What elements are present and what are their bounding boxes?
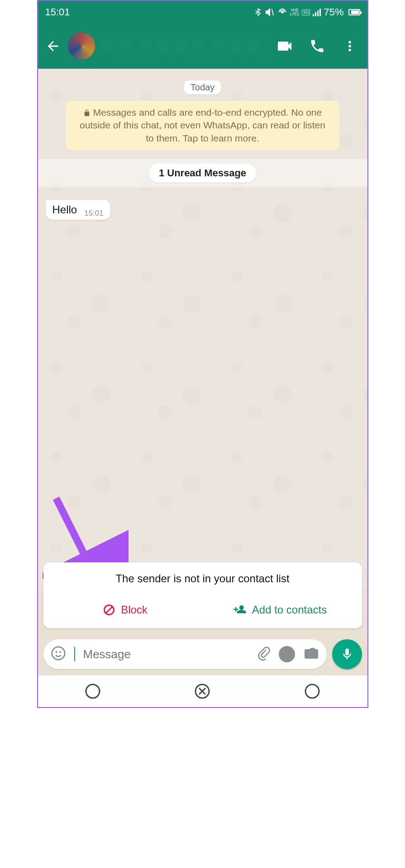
bluetooth-icon	[254, 7, 262, 17]
svg-point-9	[59, 651, 61, 653]
more-options-button[interactable]	[339, 36, 360, 57]
mic-icon	[340, 647, 354, 661]
video-call-button[interactable]	[274, 36, 295, 57]
phone-icon	[309, 38, 325, 54]
emoji-button[interactable]	[51, 646, 66, 663]
svg-point-7	[52, 647, 64, 660]
rupee-icon: ₹	[284, 648, 290, 660]
status-time: 15:01	[45, 6, 70, 18]
encryption-notice[interactable]: Messages and calls are end-to-end encryp…	[66, 101, 339, 150]
message-input[interactable]	[83, 647, 248, 661]
add-contact-icon	[233, 603, 247, 617]
svg-point-10	[86, 684, 100, 698]
circle-outline-icon	[84, 683, 101, 700]
block-label: Block	[121, 604, 148, 616]
nav-home-button[interactable]	[194, 683, 211, 700]
vibrate-mute-icon	[265, 7, 275, 17]
contact-name[interactable]	[100, 37, 270, 55]
battery-icon	[348, 9, 360, 15]
unknown-sender-card: The sender is not in your contact list B…	[43, 562, 362, 628]
unread-count-label: 1 Unread Message	[149, 164, 256, 183]
message-composer: ₹	[43, 639, 362, 669]
block-button[interactable]: Block	[48, 597, 203, 623]
status-right: Vo))LTE1 5G 75%	[254, 6, 360, 18]
add-to-contacts-label: Add to contacts	[252, 604, 327, 616]
nav-back-button[interactable]	[304, 683, 321, 700]
voice-call-button[interactable]	[307, 36, 328, 57]
add-to-contacts-button[interactable]: Add to contacts	[203, 597, 357, 623]
lock-icon	[83, 109, 91, 117]
battery-percent: 75%	[324, 6, 343, 18]
unread-divider: 1 Unread Message	[38, 159, 367, 187]
contact-avatar[interactable]	[68, 33, 95, 60]
date-label: Today	[184, 80, 221, 94]
phone-frame: 15:01 Vo))LTE1 5G 75%	[37, 0, 368, 708]
more-vert-icon	[343, 39, 357, 53]
svg-point-0	[281, 11, 284, 14]
chat-app-bar	[38, 24, 367, 69]
volte-indicator: Vo))LTE1	[290, 8, 300, 16]
camera-icon	[303, 645, 319, 661]
svg-point-3	[348, 49, 351, 52]
attach-button[interactable]	[256, 646, 271, 662]
encryption-text: Messages and calls are end-to-end encryp…	[80, 107, 325, 143]
status-bar: 15:01 Vo))LTE1 5G 75%	[38, 1, 367, 24]
svg-line-6	[106, 607, 112, 613]
message-input-box[interactable]: ₹	[43, 639, 327, 669]
back-button[interactable]	[43, 36, 63, 57]
svg-point-1	[348, 41, 351, 44]
circle-outline-icon	[304, 683, 321, 700]
message-text: Hello	[52, 203, 77, 216]
voice-record-button[interactable]	[332, 639, 362, 669]
hotspot-icon	[277, 7, 287, 17]
svg-point-14	[305, 684, 319, 698]
chat-area[interactable]: Today Messages and calls are end-to-end …	[38, 69, 367, 590]
block-icon	[103, 604, 115, 616]
message-time: 15:01	[84, 209, 104, 218]
paperclip-icon	[256, 646, 271, 660]
nav-recent-button[interactable]	[84, 683, 101, 700]
back-arrow-icon	[45, 38, 61, 54]
signal-icon	[313, 8, 321, 16]
emoji-icon	[51, 646, 66, 661]
svg-point-8	[55, 651, 57, 653]
date-divider: Today	[43, 80, 362, 94]
system-nav-bar	[38, 675, 367, 707]
incoming-message[interactable]: Hello 15:01	[46, 200, 110, 220]
unknown-sender-message: The sender is not in your contact list	[48, 572, 357, 585]
network-5g-badge: 5G	[302, 9, 310, 15]
camera-button[interactable]	[303, 645, 319, 663]
circle-x-icon	[194, 683, 211, 700]
svg-point-2	[348, 45, 351, 47]
payments-button[interactable]: ₹	[279, 646, 295, 662]
video-call-icon	[276, 37, 294, 55]
